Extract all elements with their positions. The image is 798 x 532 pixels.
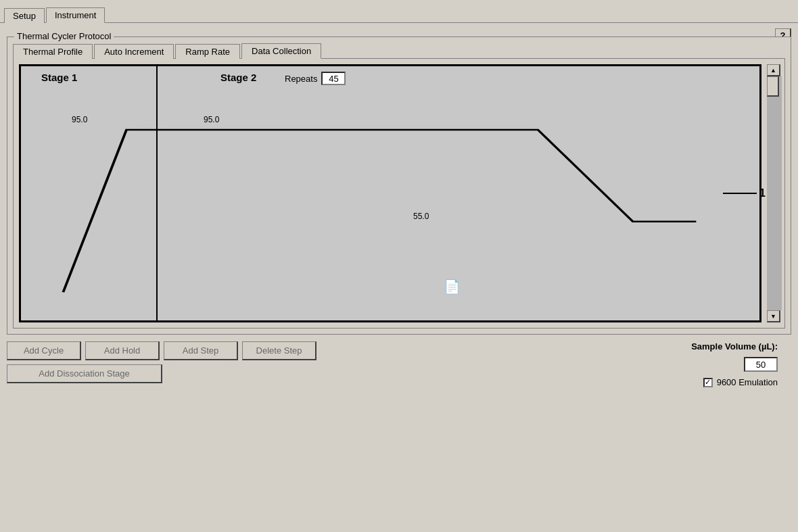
marker-label: 1	[759, 187, 766, 199]
add-dissociation-button[interactable]: Add Dissociation Stage	[7, 364, 162, 383]
tab-thermal-profile[interactable]: Thermal Profile	[13, 44, 93, 59]
sample-volume-label: Sample Volume (µL):	[691, 341, 778, 352]
button-row-2: Add Dissociation Stage	[7, 364, 316, 383]
scroll-down-button[interactable]: ▼	[767, 310, 780, 322]
temp2-label: 95.0	[204, 115, 219, 124]
emulation-label: 9600 Emulation	[717, 377, 778, 387]
inner-tab-bar: Thermal Profile Auto Increment Ramp Rate…	[13, 43, 785, 58]
tab-auto-increment[interactable]: Auto Increment	[94, 44, 174, 59]
temp3-label: 55.0	[413, 212, 429, 221]
marker-line	[723, 193, 757, 194]
scroll-thumb[interactable]	[767, 76, 779, 97]
scroll-up-button[interactable]: ▲	[767, 64, 780, 76]
sample-volume-input[interactable]	[744, 357, 778, 372]
scrollbar: ▲ ▼	[767, 64, 782, 322]
tab-setup[interactable]: Setup	[4, 8, 45, 23]
add-hold-button[interactable]: Add Hold	[85, 341, 160, 360]
button-row-1: Add Cycle Add Hold Add Step Delete Step	[7, 341, 316, 360]
delete-step-button[interactable]: Delete Step	[242, 341, 316, 360]
tab-data-collection[interactable]: Data Collection	[241, 43, 321, 59]
bottom-area: Add Cycle Add Hold Add Step Delete Step …	[7, 341, 791, 387]
tab-instrument[interactable]: Instrument	[46, 7, 105, 23]
diagram-area: Stage 1 Stage 2 Repeats	[19, 64, 761, 322]
tab-ramp-rate[interactable]: Ramp Rate	[175, 44, 240, 59]
top-tab-bar: Setup Instrument	[0, 0, 798, 23]
emulation-checkbox[interactable]: ✓	[703, 378, 713, 387]
button-group-left: Add Cycle Add Hold Add Step Delete Step …	[7, 341, 316, 383]
add-step-button[interactable]: Add Step	[164, 341, 238, 360]
emulation-row: ✓ 9600 Emulation	[703, 377, 778, 387]
protocol-group-label: Thermal Cycler Protocol	[14, 31, 114, 41]
add-cycle-button[interactable]: Add Cycle	[7, 341, 81, 360]
scroll-track	[767, 76, 782, 310]
temp1-label: 95.0	[72, 115, 87, 124]
right-controls: Sample Volume (µL): ✓ 9600 Emulation	[691, 341, 791, 387]
protocol-group: Thermal Cycler Protocol Thermal Profile …	[7, 37, 791, 335]
sample-volume-row: Sample Volume (µL):	[691, 341, 778, 352]
marker-area: 1	[723, 187, 766, 199]
main-content: Thermal Cycler Protocol Thermal Profile …	[0, 23, 798, 394]
data-collection-icon: 📄	[444, 279, 461, 295]
diagram-wrapper: Stage 1 Stage 2 Repeats	[13, 58, 785, 329]
protocol-chart	[21, 66, 759, 320]
